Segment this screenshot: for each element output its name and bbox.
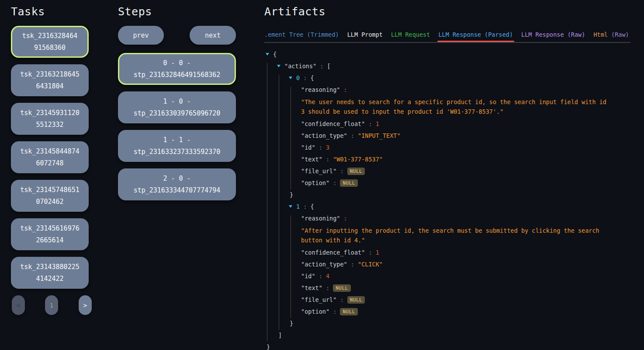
tab-label-segment: LLM Response (Raw) <box>521 31 585 38</box>
tab-label-segment: LLM Response (Parsed) <box>438 31 513 38</box>
json-str: "INPUT_TEXT" <box>358 132 401 139</box>
json-row: "action_type" : "INPUT_TEXT" <box>264 131 640 140</box>
tab-label-segment: LLM Request <box>391 31 430 38</box>
pagination-prev-button[interactable]: < <box>12 295 25 315</box>
json-colon: : <box>347 261 358 268</box>
step-button[interactable]: 0 - 0 - stp_231632846491568362 <box>118 53 236 85</box>
json-punct: [ <box>327 63 331 70</box>
tab-llm-response-parsed[interactable]: LLM Response (Parsed) <box>438 30 513 39</box>
json-row: "text" : "W01-377-8537" <box>264 155 640 164</box>
task-button[interactable]: tsk_231456169762665614 <box>11 218 89 250</box>
collapse-arrow-icon[interactable] <box>289 77 292 79</box>
json-colon: : <box>300 203 310 210</box>
json-row: "reasoning" : <box>264 85 640 94</box>
tab-element-tree-trimmed[interactable]: .ement Tree (Trimmed) <box>264 30 339 39</box>
json-row: { <box>264 50 640 59</box>
steps-list: 0 - 0 - stp_2316328464915683621 - 0 - st… <box>118 53 236 200</box>
json-key: "action_type" <box>301 132 347 139</box>
json-punct: } <box>290 191 293 198</box>
task-button[interactable]: tsk_231632186456431804 <box>11 64 89 96</box>
json-row: 0 : { <box>264 74 640 83</box>
next-step-button[interactable]: next <box>190 26 236 45</box>
json-str: "W01-377-8537" <box>333 156 383 163</box>
json-colon: : <box>336 168 347 175</box>
json-key: "reasoning" <box>301 86 340 93</box>
tasks-pagination: < 1 > <box>11 295 94 315</box>
json-str: "The user needs to search for a specific… <box>301 97 608 116</box>
json-colon: : <box>336 296 347 303</box>
task-button[interactable]: tsk_231457486510702462 <box>11 180 89 212</box>
json-punct: { <box>311 203 314 210</box>
json-row: "option" : NULL <box>264 307 640 316</box>
json-key: "id" <box>301 144 315 151</box>
json-row: "option" : NULL <box>264 178 640 188</box>
step-button[interactable]: 1 - 0 - stp_231633039765096720 <box>118 91 236 123</box>
json-key: "text" <box>301 284 322 291</box>
tab-label-segment: Html <box>593 31 608 38</box>
json-row: } <box>264 190 640 200</box>
json-row: } <box>264 343 640 350</box>
json-row: "id" : 3 <box>264 143 640 152</box>
json-key: "action_type" <box>301 261 347 268</box>
tab-bar-divider <box>264 42 630 43</box>
json-punct: } <box>267 343 270 350</box>
json-idx: 1 <box>296 203 300 210</box>
steps-nav: prev next <box>118 26 236 45</box>
json-key: "confidence_float" <box>301 120 365 127</box>
json-row: "action_type" : "CLICK" <box>264 260 640 269</box>
task-button[interactable]: tsk_231438802254142422 <box>11 257 89 289</box>
collapse-arrow-icon[interactable] <box>289 205 292 208</box>
tab-label-segment: LLM Prompt <box>347 31 383 38</box>
tab-llm-request[interactable]: LLM Request <box>391 30 430 39</box>
json-row: "The user needs to search for a specific… <box>264 97 608 116</box>
json-row: } <box>264 319 640 328</box>
json-punct: { <box>311 74 314 81</box>
step-button[interactable]: 1 - 1 - stp_231633237333592370 <box>118 130 236 162</box>
json-row: 1 : { <box>264 202 640 211</box>
json-key: "actions" <box>284 63 316 70</box>
tab-llm-prompt[interactable]: LLM Prompt <box>347 30 383 39</box>
json-colon: : <box>315 273 326 280</box>
json-colon: : <box>347 132 358 139</box>
json-row: "reasoning" : <box>264 214 640 223</box>
collapse-arrow-icon[interactable] <box>266 53 269 56</box>
tasks-list: tsk_231632846491568360tsk_23163218645643… <box>11 26 94 289</box>
collapse-arrow-icon[interactable] <box>277 65 280 67</box>
json-row: "After inputting the product id, the sea… <box>264 226 608 245</box>
json-key: "option" <box>301 308 329 315</box>
json-null-badge: NULL <box>340 179 358 187</box>
json-null-badge: NULL <box>347 168 365 175</box>
tasks-panel: Tasks tsk_231632846491568360tsk_23163218… <box>11 4 94 315</box>
task-button[interactable]: tsk_231458448746072748 <box>11 141 89 173</box>
json-key: "text" <box>301 156 322 163</box>
json-row: "text" : NULL <box>264 284 640 293</box>
task-button[interactable]: tsk_231459311205512332 <box>11 103 89 135</box>
json-colon: : <box>316 63 327 70</box>
json-colon: : <box>365 249 375 256</box>
json-colon: : <box>340 86 347 93</box>
json-key: "id" <box>301 273 315 280</box>
pagination-page-button[interactable]: 1 <box>45 295 58 315</box>
tab-llm-response-raw[interactable]: LLM Response (Raw) <box>521 30 585 39</box>
json-tree-viewer: {"actions" : [0 : {"reasoning" :"The use… <box>264 50 640 350</box>
tab-label-segment: .ement Tree (Trimmed) <box>264 31 339 38</box>
tab-html-raw[interactable]: Html (Raw) <box>593 30 629 39</box>
step-button[interactable]: 2 - 0 - stp_231633344707774794 <box>118 168 236 200</box>
tasks-title: Tasks <box>11 4 94 19</box>
json-num: 1 <box>376 249 379 256</box>
json-row: "file_url" : NULL <box>264 167 640 176</box>
json-colon: : <box>315 144 326 151</box>
task-button[interactable]: tsk_231632846491568360 <box>11 26 89 58</box>
json-key: "confidence_float" <box>301 249 365 256</box>
json-null-badge: NULL <box>340 308 358 315</box>
steps-title: Steps <box>118 4 236 19</box>
json-key: "option" <box>301 179 329 186</box>
json-key: "reasoning" <box>301 215 340 222</box>
json-num: 3 <box>326 144 329 151</box>
json-row: ] <box>264 331 640 340</box>
artifacts-title: Artifacts <box>264 4 634 19</box>
json-str: "After inputting the product id, the sea… <box>301 226 608 245</box>
pagination-next-button[interactable]: > <box>79 295 92 315</box>
json-num: 1 <box>376 120 379 127</box>
prev-step-button[interactable]: prev <box>118 26 164 45</box>
